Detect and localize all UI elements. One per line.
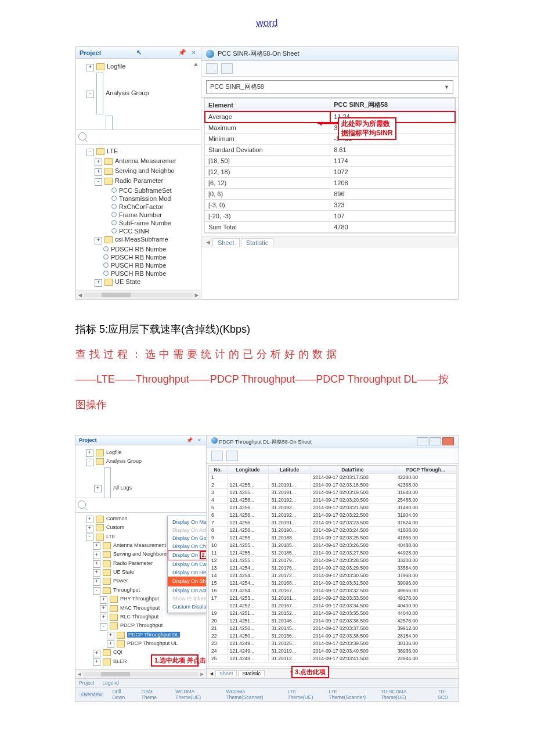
theme-lte-theme-scanner-[interactable]: LTE Theme(Scanner) [329, 689, 372, 700]
scroll-left-icon[interactable]: ◄ [76, 291, 84, 298]
window-buttons [417, 437, 454, 445]
text-line-3: ——LTE——Throughput——PDCP Throughput——PDCP… [75, 367, 459, 417]
fig2-tree-top[interactable]: +Logfile-Analysis Group+All Logs+网格58+网格… [75, 445, 206, 498]
search-icon[interactable] [78, 132, 86, 141]
fig1-sheet-pane: PCC SINR-网格58-On Sheet PCC SINR_网格58 ▼ E… [201, 47, 458, 299]
scroll-thumb[interactable] [101, 672, 130, 676]
callout-step1: 1.选中此项 并点击右键 [151, 654, 199, 667]
chevron-down-icon: ▼ [444, 84, 449, 90]
save-button[interactable] [221, 63, 233, 74]
sheet-title: PCC SINR-网格58-On Sheet [218, 49, 300, 58]
sheet-tabbar: ◄ Sheet Statistic [201, 236, 458, 248]
project-pane-header: Project ↖ 📌 × [76, 47, 201, 59]
horizontal-scrollbar[interactable]: ◄ ► [76, 290, 201, 299]
copy-button[interactable] [211, 451, 223, 461]
fig1-project-pane: Project ↖ 📌 × ▲ +Logfile-Analysis Group+… [76, 47, 201, 299]
cursor-icon: ↖ [136, 49, 142, 56]
project-tree-top[interactable]: ▲ +Logfile-Analysis Group+All Logs+网格58+… [76, 59, 201, 130]
copy-button[interactable] [206, 63, 218, 74]
sheet-title-bar: PDCP Throughput DL-网格58-On Sheet [207, 435, 459, 448]
header-link: word [0, 17, 534, 29]
scroll-right-icon[interactable]: ► [198, 671, 206, 677]
close-button[interactable] [442, 437, 454, 445]
series-dropdown[interactable]: PCC SINR_网格58 ▼ [206, 80, 453, 93]
theme-td-scd[interactable]: TD-SCD [438, 689, 455, 700]
project-tree-bottom[interactable]: -LTE+Antenna Measuremer+Serving and Neig… [76, 145, 201, 290]
minimize-button[interactable] [417, 437, 428, 445]
dropdown-value: PCC SINR_网格58 [210, 82, 264, 91]
theme-wcdma-theme-scanner-[interactable]: WCDMA Theme(Scanner) [226, 689, 280, 700]
body-text: 指标 5:应用层下载速率(含掉线)(Kbps) 查找过程：选中需要统计的已分析好… [75, 317, 459, 417]
scroll-thumb[interactable] [102, 293, 131, 297]
tab-nav-left-icon[interactable]: ◄ [205, 239, 211, 246]
globe-icon [211, 437, 218, 444]
theme-td-scdma-theme-ue-[interactable]: TD-SCDMA Theme(UE) [381, 689, 430, 700]
fig2-project-pane: Project 📌 × +Logfile-Analysis Group+All … [75, 435, 207, 678]
tab-sheet[interactable]: Sheet [212, 238, 240, 247]
sheet-title: PDCP Throughput DL-网格58-On Sheet [219, 439, 312, 445]
callout-step3: 3.点击此项 [291, 666, 329, 678]
fig1-panel: Project ↖ 📌 × ▲ +Logfile-Analysis Group+… [75, 46, 459, 300]
bottom-views-bar: Project Legend [75, 678, 459, 687]
scroll-left-icon[interactable]: ◄ [75, 671, 84, 677]
theme-overview[interactable]: Overview [79, 692, 104, 697]
statistic-table: ElementPCC SINR_网格58Average11.24Maximum3… [204, 98, 456, 233]
theme-lte-theme-ue-[interactable]: LTE Theme(UE) [287, 689, 320, 700]
context-menu[interactable]: Display On MapDisplay On Active MapDispl… [167, 516, 206, 613]
tab-statistic[interactable]: Statistic [238, 670, 265, 676]
search-row [76, 130, 201, 145]
scroll-up-arrow-icon[interactable]: ▲ [193, 60, 199, 67]
bottom-themes-bar: OverviewDrill DownGSM ThemeWCDMA Theme(U… [75, 687, 459, 701]
fig2-sheet-pane: PDCP Throughput DL-网格58-On Sheet No.Long… [207, 435, 459, 678]
data-table: No.LongitudeLatitudeDataTimePDCP Through… [208, 465, 457, 667]
sheet-tabbar: ◄ Sheet Statistic 3.点击此项 [207, 668, 459, 678]
project-pane-header: Project 📌 × [75, 435, 206, 445]
close-icon[interactable]: × [190, 49, 197, 56]
callout-average-sinr: 此处即为所需数 据指标平均SINR [338, 117, 396, 140]
scroll-right-icon[interactable]: ► [193, 291, 201, 298]
tab-sheet[interactable]: Sheet [215, 670, 237, 676]
theme-wcdma-theme-ue-[interactable]: WCDMA Theme(UE) [175, 689, 218, 700]
maximize-button[interactable] [430, 437, 441, 445]
search-icon[interactable] [78, 501, 86, 509]
globe-icon [206, 50, 214, 58]
pin-icon[interactable]: 📌 [176, 49, 188, 56]
horizontal-scrollbar[interactable]: ◄ ► [75, 669, 206, 678]
view-project[interactable]: Project [79, 680, 94, 686]
text-line-1: 指标 5:应用层下载速率(含掉线)(Kbps) [75, 317, 459, 342]
toolbar [201, 61, 458, 77]
save-button[interactable] [226, 451, 238, 461]
fig2-panel: Project 📌 × +Logfile-Analysis Group+All … [75, 435, 459, 702]
search-row [75, 498, 206, 513]
pin-icon[interactable]: 📌 [185, 437, 194, 443]
tab-statistic[interactable]: Statistic [241, 238, 274, 247]
word-link[interactable]: word [257, 17, 278, 28]
toolbar [207, 448, 459, 464]
tab-nav-left-icon[interactable]: ◄ [209, 671, 214, 676]
text-line-2: 查找过程：选中需要统计的已分析好的数据 [75, 342, 459, 367]
view-legend[interactable]: Legend [102, 680, 118, 686]
sheet-title-bar: PCC SINR-网格58-On Sheet [201, 47, 458, 61]
theme-gsm-theme[interactable]: GSM Theme [142, 689, 168, 700]
theme-drill-down[interactable]: Drill Down [112, 689, 133, 700]
fig2-tree-bottom[interactable]: +Common+Custom-LTE+Antenna Measurement+S… [75, 513, 206, 669]
project-label: Project [79, 437, 97, 443]
close-icon[interactable]: × [196, 437, 203, 443]
project-label: Project [80, 49, 101, 56]
